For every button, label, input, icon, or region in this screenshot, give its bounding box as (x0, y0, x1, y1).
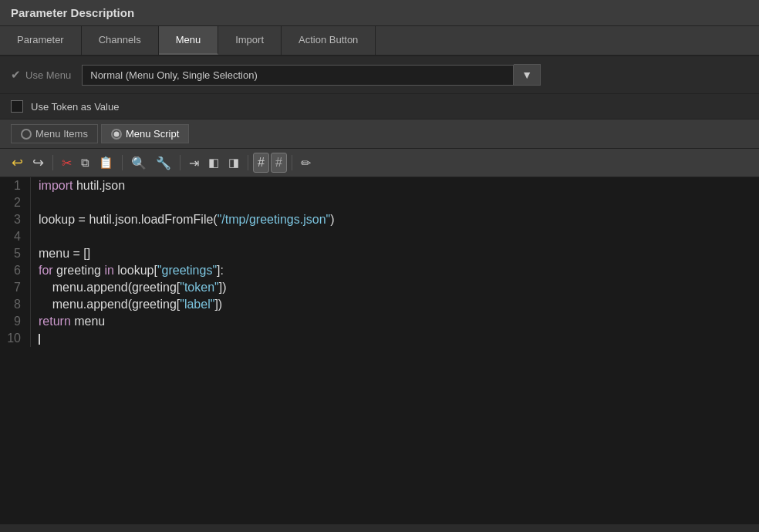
toolbar: ↩ ↪ ✂ ⧉ 📋 🔍 🔧 ⇥ ◧ ◨ # # ✏ (0, 149, 759, 177)
code-line-6: 6 for greeting in lookup["greetings"]: (0, 262, 759, 279)
code-editor[interactable]: 1 import hutil.json 2 3 lookup = hutil.j… (0, 177, 759, 524)
collapse-button[interactable]: ◧ (204, 153, 223, 172)
code-line-3: 3 lookup = hutil.json.loadFromFile("/tmp… (0, 211, 759, 228)
comment-hash-button[interactable]: # (253, 153, 269, 173)
toolbar-sep-1 (52, 155, 53, 170)
options-row: ✔ Use Menu Normal (Menu Only, Single Sel… (0, 56, 759, 94)
edit-button[interactable]: ✏ (297, 153, 315, 173)
code-line-7: 7 menu.append(greeting["token"]) (0, 279, 759, 296)
paste-button[interactable]: 📋 (95, 153, 117, 172)
code-line-2: 2 (0, 194, 759, 211)
toolbar-sep-3 (180, 155, 180, 170)
find-button[interactable]: 🔍 (127, 153, 150, 173)
use-token-label: Use Token as Value (31, 101, 119, 113)
use-menu-text: Use Menu (25, 69, 71, 81)
toolbar-sep-4 (248, 155, 248, 170)
comment-block-button[interactable]: # (271, 153, 287, 173)
code-line-1: 1 import hutil.json (0, 177, 759, 194)
expand-button[interactable]: ◨ (224, 153, 243, 172)
replace-button[interactable]: 🔧 (152, 153, 175, 173)
cut-button[interactable]: ✂ (58, 153, 76, 173)
code-line-4: 4 (0, 228, 759, 245)
checkmark-icon: ✔ (11, 68, 21, 82)
tab-bar: Parameter Channels Menu Import Action Bu… (0, 26, 759, 56)
tab-import[interactable]: Import (218, 26, 282, 55)
page-title: Parameter Description (11, 6, 134, 19)
code-line-8: 8 menu.append(greeting["label"]) (0, 296, 759, 313)
toolbar-sep-5 (292, 155, 292, 170)
redo-button[interactable]: ↪ (29, 152, 48, 173)
radio-menu-script[interactable]: Menu Script (101, 124, 189, 143)
copy-button[interactable]: ⧉ (77, 153, 93, 172)
code-line-5: 5 menu = [] (0, 245, 759, 262)
use-menu-label: ✔ Use Menu (11, 68, 71, 82)
main-content: Parameter Channels Menu Import Action Bu… (0, 26, 759, 524)
undo-button[interactable]: ↩ (8, 152, 27, 173)
dropdown-wrapper: Normal (Menu Only, Single Selection) Tog… (82, 64, 748, 86)
menu-type-dropdown[interactable]: Normal (Menu Only, Single Selection) Tog… (82, 65, 514, 86)
radio-label-menu-items: Menu Items (35, 128, 88, 140)
radio-circle-menu-items (21, 129, 32, 140)
token-row: Use Token as Value (0, 94, 759, 120)
tab-channels[interactable]: Channels (82, 26, 159, 55)
dropdown-arrow-icon[interactable]: ▼ (514, 64, 541, 86)
indent-button[interactable]: ⇥ (185, 153, 203, 173)
code-lines: 1 import hutil.json 2 3 lookup = hutil.j… (0, 177, 759, 347)
tab-parameter[interactable]: Parameter (0, 26, 82, 55)
radio-circle-menu-script (111, 129, 122, 140)
tab-action-button[interactable]: Action Button (282, 26, 376, 55)
use-token-checkbox[interactable] (11, 100, 23, 113)
radio-menu-items[interactable]: Menu Items (11, 124, 98, 143)
code-line-9: 9 return menu (0, 313, 759, 330)
code-line-10: 10 (0, 330, 759, 347)
tab-menu[interactable]: Menu (159, 26, 219, 55)
title-bar: Parameter Description (0, 0, 759, 26)
toolbar-sep-2 (122, 155, 123, 170)
radio-tab-bar: Menu Items Menu Script (0, 120, 759, 149)
radio-label-menu-script: Menu Script (126, 128, 179, 140)
